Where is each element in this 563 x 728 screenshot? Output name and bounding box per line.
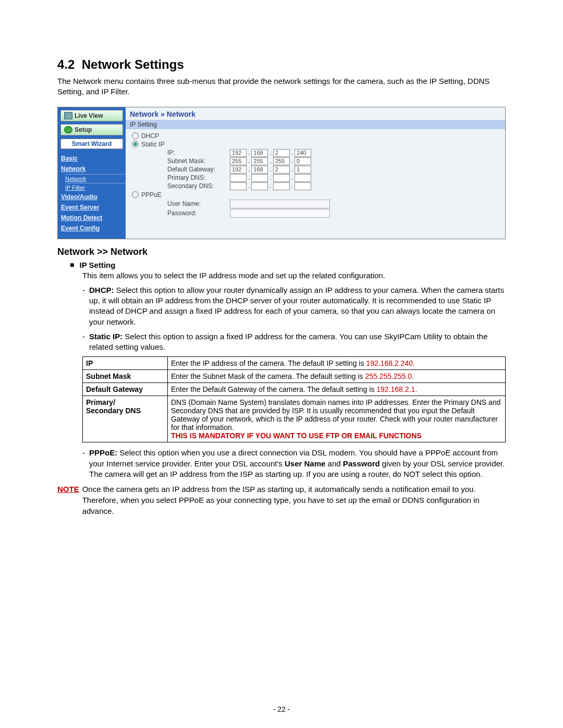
gw-octet-1[interactable]: 192 xyxy=(230,166,247,174)
ipsetting-desc: This item allows you to select the IP ad… xyxy=(82,270,506,281)
table-row: Primary/Secondary DNS DNS (Domain Name S… xyxy=(83,396,506,442)
pppoe-item: - PPPoE: Select this option when you use… xyxy=(82,448,506,479)
sdns-octet-3[interactable] xyxy=(273,182,290,190)
username-input[interactable] xyxy=(230,200,330,208)
defaults-table: IP Enter the IP address of the camera. T… xyxy=(82,356,506,442)
note-text: Once the camera gets an IP address from … xyxy=(82,484,506,516)
sidebar-item-videoaudio[interactable]: Video/Audio xyxy=(58,192,126,202)
gw-octet-2[interactable]: 168 xyxy=(251,166,268,174)
pdns-octet-4[interactable] xyxy=(295,174,311,182)
ipsetting-title: IP Setting xyxy=(79,261,115,269)
table-row: IP Enter the IP address of the camera. T… xyxy=(83,357,506,370)
section-heading: 4.2 Network Settings xyxy=(57,57,506,72)
gw-octet-3[interactable]: 2 xyxy=(273,166,290,174)
sdns-octet-1[interactable] xyxy=(230,182,247,190)
setup-button[interactable]: Setup xyxy=(60,124,123,135)
ui-screenshot: Live View Setup Smart Wizard Basic Netwo… xyxy=(57,107,506,239)
label-pdns: Primary DNS: xyxy=(167,174,230,181)
sdns-octet-4[interactable] xyxy=(295,182,311,190)
label-gateway: Default Gateway: xyxy=(167,166,230,173)
table-row: Subnet Mask Enter the Subnet Mask of the… xyxy=(83,370,506,383)
sidebar-item-motiondetect[interactable]: Motion Detect xyxy=(58,213,126,223)
breadcrumb: Network » Network xyxy=(126,107,505,120)
label-sdns: Secondary DNS: xyxy=(167,182,230,190)
ipsetting-banner: IP Setting xyxy=(126,120,505,129)
subsection-heading: Network >> Network xyxy=(57,246,506,257)
radio-pppoe[interactable]: PPPoE xyxy=(132,191,500,199)
square-bullet-icon: ■ xyxy=(70,261,74,269)
ip-octet-4[interactable]: 240 xyxy=(295,149,311,157)
label-username: User Name: xyxy=(167,200,230,207)
sidebar-item-network[interactable]: Network xyxy=(58,164,126,174)
pdns-octet-2[interactable] xyxy=(251,174,268,182)
page-number: - 22 - xyxy=(0,705,563,713)
sdns-octet-2[interactable] xyxy=(251,182,268,190)
password-input[interactable] xyxy=(230,209,330,218)
subnet-octet-3[interactable]: 255 xyxy=(273,157,290,165)
subnet-octet-2[interactable]: 255 xyxy=(251,157,268,165)
gear-icon xyxy=(64,126,72,133)
label-password: Password: xyxy=(167,209,230,217)
monitor-icon xyxy=(64,112,72,119)
gw-octet-4[interactable]: 1 xyxy=(295,166,311,174)
smart-wizard-button[interactable]: Smart Wizard xyxy=(60,139,123,149)
note-label: NOTE xyxy=(57,484,79,516)
live-view-button[interactable]: Live View xyxy=(60,110,123,121)
subnet-octet-1[interactable]: 255 xyxy=(230,157,247,165)
ip-octet-2[interactable]: 168 xyxy=(251,149,268,157)
dhcp-item: - DHCP: Select this option to allow your… xyxy=(82,285,506,327)
section-intro: The Network menu contains three sub-menu… xyxy=(57,76,506,97)
static-item: - Static IP: Select this option to assig… xyxy=(82,331,506,353)
subnet-octet-4[interactable]: 0 xyxy=(295,157,311,165)
sidebar-sub-network[interactable]: Network xyxy=(65,174,126,183)
table-row: Default Gateway Enter the Default Gatewa… xyxy=(83,383,506,396)
label-subnet: Subnet Mask: xyxy=(167,157,230,165)
ui-main: Network » Network IP Setting DHCP Static… xyxy=(126,107,505,239)
sidebar-sub-ipfilter[interactable]: IP Filter xyxy=(65,183,126,192)
sidebar: Live View Setup Smart Wizard Basic Netwo… xyxy=(58,107,126,239)
radio-static[interactable]: Static IP xyxy=(132,141,500,148)
sidebar-item-basic[interactable]: Basic xyxy=(58,153,126,164)
pdns-octet-3[interactable] xyxy=(273,174,290,182)
label-ip: IP: xyxy=(167,149,230,156)
ip-octet-1[interactable]: 192 xyxy=(230,149,247,157)
pdns-octet-1[interactable] xyxy=(230,174,247,182)
radio-dhcp[interactable]: DHCP xyxy=(132,132,500,140)
note: NOTE Once the camera gets an IP address … xyxy=(57,484,506,516)
ip-octet-3[interactable]: 2 xyxy=(273,149,290,157)
sidebar-item-eventserver[interactable]: Event Server xyxy=(58,202,126,213)
sidebar-item-eventconfig[interactable]: Event Config xyxy=(58,223,126,233)
